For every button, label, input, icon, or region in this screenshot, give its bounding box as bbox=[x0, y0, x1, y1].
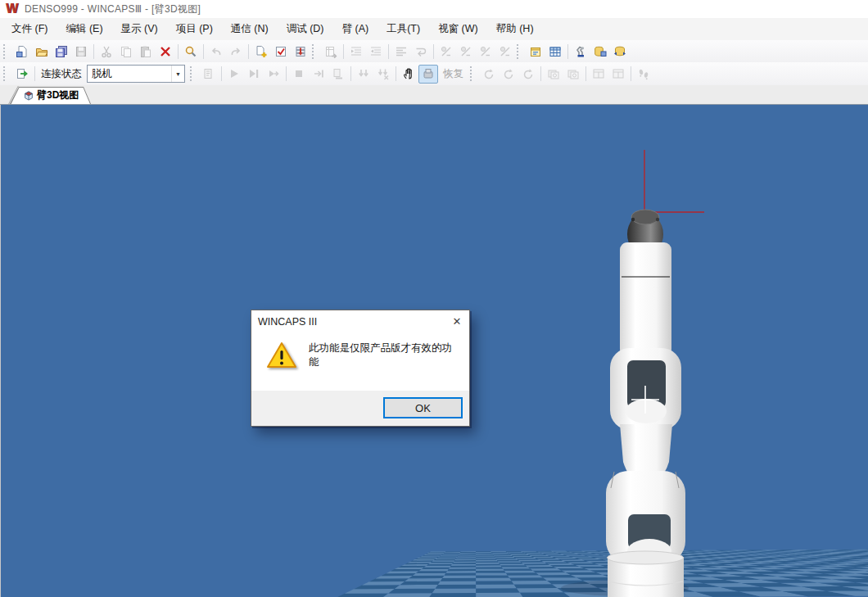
step-down-x-icon bbox=[373, 65, 393, 84]
menu-item-4[interactable]: 通信 (N) bbox=[222, 19, 278, 39]
recover-button: 恢复 bbox=[438, 67, 468, 81]
play-icon bbox=[224, 65, 244, 84]
menu-item-5[interactable]: 调试 (D) bbox=[278, 19, 333, 39]
revert-line-icon bbox=[411, 42, 431, 61]
application-window: W DENSO999 - WINCAPSⅢ - [臂3D视图] 文件 (F)编辑… bbox=[0, 0, 868, 597]
connection-mode-value: 脱机 bbox=[88, 67, 112, 81]
title-bar: W DENSO999 - WINCAPSⅢ - [臂3D视图] bbox=[0, 0, 868, 19]
connect-state-icon[interactable] bbox=[12, 65, 32, 84]
check-item-icon[interactable] bbox=[271, 42, 291, 61]
reset-a-icon bbox=[479, 65, 499, 84]
toolbar-separator bbox=[178, 44, 179, 59]
bp-set-icon bbox=[436, 42, 456, 61]
window-pair-icon bbox=[589, 65, 608, 84]
add-item-icon[interactable] bbox=[251, 42, 271, 61]
toolbar-grip[interactable] bbox=[470, 66, 477, 81]
import-items-icon[interactable] bbox=[291, 42, 310, 61]
play-branch-icon bbox=[264, 65, 283, 84]
paste-icon bbox=[136, 42, 156, 61]
transfer-doc-icon bbox=[199, 65, 219, 84]
window-pair-b-icon bbox=[608, 65, 628, 84]
menu-item-1[interactable]: 编辑 (E) bbox=[57, 19, 111, 39]
toolbar-separator bbox=[343, 44, 344, 59]
new-file-icon[interactable] bbox=[12, 42, 32, 61]
toolbar-separator bbox=[433, 44, 434, 59]
stop-doc-icon bbox=[328, 65, 348, 84]
close-icon[interactable]: ✕ bbox=[445, 312, 469, 332]
tab-strip: 臂3D视图 bbox=[0, 85, 868, 105]
speed-limit-icon[interactable] bbox=[418, 65, 438, 84]
io-variables-icon[interactable] bbox=[610, 42, 630, 61]
toolbar-separator bbox=[540, 66, 541, 81]
toolbar-grip[interactable] bbox=[3, 44, 10, 59]
toolbar-separator bbox=[93, 44, 94, 59]
menu-item-0[interactable]: 文件 (F) bbox=[2, 19, 57, 39]
dialog-footer: OK bbox=[251, 391, 469, 426]
redo-icon bbox=[226, 42, 246, 61]
copy-icon bbox=[116, 42, 136, 61]
toolbar-separator bbox=[203, 44, 204, 59]
3d-viewport[interactable]: WINCAPS III ✕ 此功能是仅限产品版才有效的功能 OK bbox=[0, 105, 868, 597]
bp-enable-icon bbox=[456, 42, 476, 61]
menu-item-9[interactable]: 帮助 (H) bbox=[487, 19, 543, 39]
data-grid-icon[interactable] bbox=[545, 42, 565, 61]
toolbar-separator bbox=[34, 66, 35, 81]
save-all-icon[interactable] bbox=[52, 42, 71, 61]
save-icon bbox=[71, 42, 91, 61]
toolbar-separator bbox=[396, 66, 396, 81]
ok-button[interactable]: OK bbox=[383, 397, 463, 418]
toolbar-standard bbox=[0, 40, 868, 63]
menu-item-8[interactable]: 视窗 (W) bbox=[429, 19, 487, 39]
wincaps-message-dialog: WINCAPS III ✕ 此功能是仅限产品版才有效的功能 OK bbox=[251, 310, 470, 427]
chevron-down-icon[interactable]: ▼ bbox=[171, 66, 184, 82]
menu-item-2[interactable]: 显示 (V) bbox=[112, 19, 167, 39]
toolbar-grip[interactable] bbox=[190, 66, 197, 81]
robot-panel-icon[interactable] bbox=[571, 42, 590, 61]
menu-item-3[interactable]: 项目 (P) bbox=[167, 19, 222, 39]
reset-b-icon bbox=[499, 65, 518, 84]
export-table-icon bbox=[321, 42, 341, 61]
connection-mode-select[interactable]: 脱机▼ bbox=[87, 65, 185, 83]
dialog-titlebar[interactable]: WINCAPS III ✕ bbox=[251, 310, 469, 332]
stop-line-icon bbox=[309, 65, 328, 84]
menu-bar: 文件 (F)编辑 (E)显示 (V)项目 (P)通信 (N)调试 (D)臂 (A… bbox=[0, 18, 868, 40]
dialog-message: 此功能是仅限产品版才有效的功能 bbox=[309, 341, 461, 369]
play-end-icon bbox=[244, 65, 264, 84]
stop-icon bbox=[289, 65, 309, 84]
undo-icon bbox=[206, 42, 226, 61]
cube-3d-icon bbox=[23, 90, 34, 102]
dialog-title: WINCAPS III bbox=[251, 316, 317, 328]
tab-label: 臂3D视图 bbox=[37, 88, 79, 102]
cut-icon bbox=[97, 42, 116, 61]
window-title: DENSO999 - WINCAPSⅢ - [臂3D视图] bbox=[25, 2, 201, 16]
reset-c-icon bbox=[518, 65, 538, 84]
menu-item-7[interactable]: 工具(T) bbox=[377, 19, 429, 39]
open-folder-icon[interactable] bbox=[32, 42, 52, 61]
toolbar-grip[interactable] bbox=[3, 66, 10, 81]
hand-icon[interactable] bbox=[399, 65, 418, 84]
form-editor-icon[interactable] bbox=[526, 42, 545, 61]
bp-disable-icon bbox=[476, 42, 495, 61]
align-icon bbox=[391, 42, 411, 61]
menu-item-6[interactable]: 臂 (A) bbox=[333, 19, 378, 39]
database-icon[interactable] bbox=[590, 42, 610, 61]
search-icon[interactable] bbox=[181, 42, 201, 61]
toolbar-separator bbox=[585, 66, 586, 81]
toolbar-separator bbox=[286, 66, 287, 81]
camera-frame-icon bbox=[544, 65, 563, 84]
toolbar-grip[interactable] bbox=[312, 44, 319, 59]
warning-icon bbox=[266, 341, 297, 369]
toolbar-separator bbox=[248, 44, 249, 59]
toolbar-grip[interactable] bbox=[517, 44, 523, 59]
delete-icon[interactable] bbox=[156, 42, 175, 61]
toolbar-separator bbox=[388, 44, 389, 59]
outdent-icon bbox=[366, 42, 386, 61]
tab-arm-3d-view-content[interactable]: 臂3D视图 bbox=[10, 87, 92, 104]
camera-frame-b-icon bbox=[563, 65, 583, 84]
footsteps-icon bbox=[634, 65, 653, 84]
toolbar-separator bbox=[350, 66, 351, 81]
toolbar-separator bbox=[221, 66, 222, 81]
app-logo: W bbox=[6, 0, 18, 18]
connection-status-label: 连接状态 bbox=[41, 67, 82, 81]
step-down-icon bbox=[354, 65, 373, 84]
